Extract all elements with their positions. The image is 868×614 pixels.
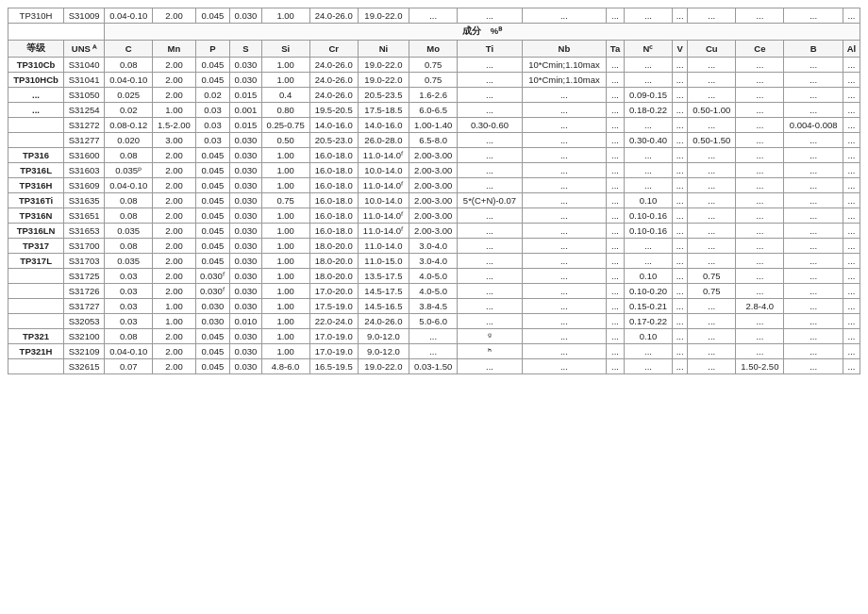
- cell-v: ...: [673, 73, 688, 88]
- cell-nb: ...: [522, 239, 606, 254]
- cell-b: ...: [784, 359, 843, 374]
- cell-mo: 2.00-3.00: [409, 193, 458, 208]
- cell-si: 1.00: [261, 344, 309, 359]
- cell-ta: ...: [607, 193, 625, 208]
- cell-nc: ...: [624, 148, 672, 163]
- cell-uns: S31609: [64, 178, 105, 193]
- table-row: TP310CbS310400.082.000.0450.0301.0024.0-…: [8, 58, 860, 73]
- cell-nb: ...: [522, 103, 606, 118]
- col-b: B: [784, 41, 843, 58]
- cell-mo: 0.03-1.50: [409, 359, 458, 374]
- cell-al: ...: [843, 133, 860, 148]
- cell-p: 0.03: [195, 133, 230, 148]
- cell-cr: 16.0-18.0: [309, 193, 358, 208]
- cell-al: ...: [843, 208, 860, 224]
- cell-b: ...: [784, 208, 843, 224]
- cell-grade: [8, 284, 64, 299]
- cell-c: 0.04-0.10: [105, 73, 153, 88]
- cell-nc: ...: [624, 178, 672, 193]
- cell-c: 0.035ᵖ: [105, 163, 153, 178]
- cell-p: 0.030ᶠ: [195, 284, 230, 299]
- cell-grade: TP317L: [8, 254, 64, 269]
- cell-mo: 4.0-5.0: [409, 269, 458, 284]
- table-body: TP310CbS310400.082.000.0450.0301.0024.0-…: [8, 58, 860, 374]
- cell-cu: ...: [688, 208, 736, 224]
- cell-ti: ...: [458, 208, 523, 224]
- cell-s: 0.030: [230, 163, 261, 178]
- table-row: TP317S317000.082.000.0450.0301.0018.0-20…: [8, 239, 860, 254]
- cell-ti: ...: [458, 178, 523, 193]
- cell-ti: ...: [458, 148, 523, 163]
- cell-c: 0.03: [105, 284, 153, 299]
- cell-ta: ...: [607, 224, 625, 239]
- cell-cu: ...: [688, 359, 736, 374]
- cell-al: ...: [843, 178, 860, 193]
- col-ti: Ti: [458, 41, 523, 58]
- tp310h-row: TP310H S31009 0.04-0.10 2.00 0.045 0.030…: [8, 8, 860, 24]
- cell-c: 0.04-0.10: [105, 178, 153, 193]
- cell-si: 1.00: [261, 148, 309, 163]
- col-uns: UNS ᴬ: [64, 41, 105, 58]
- table-row: TP310HCbS310410.04-0.102.000.0450.0301.0…: [8, 73, 860, 88]
- cell-v: ...: [673, 208, 688, 224]
- cell-si: 0.80: [261, 103, 309, 118]
- cell-cu: ...: [688, 73, 736, 88]
- cell-cr: 20.5-23.0: [309, 133, 358, 148]
- cell-mn: 2.00: [153, 344, 195, 359]
- cell-c: 0.03: [105, 299, 153, 314]
- tp310h-uns: S31009: [64, 8, 105, 24]
- col-mo: Mo: [409, 41, 458, 58]
- cell-nc: 0.30-0.40: [624, 133, 672, 148]
- cell-nc: 0.15-0.21: [624, 299, 672, 314]
- cell-ni: 11.0-14.0ᶠ: [358, 148, 409, 163]
- cell-al: ...: [843, 224, 860, 239]
- cell-b: ...: [784, 148, 843, 163]
- cell-ce: ...: [736, 239, 784, 254]
- cell-grade: TP316: [8, 148, 64, 163]
- col-ta: Ta: [607, 41, 625, 58]
- cell-ni: 9.0-12.0: [358, 329, 409, 344]
- cell-b: ...: [784, 178, 843, 193]
- cell-si: 0.25-0.75: [261, 118, 309, 133]
- cell-uns: S31041: [64, 73, 105, 88]
- cell-s: 0.030: [230, 73, 261, 88]
- cell-ni: 14.0-16.0: [358, 118, 409, 133]
- cell-grade: TP316H: [8, 178, 64, 193]
- table-row: S312770.0203.000.030.0300.5020.5-23.026.…: [8, 133, 860, 148]
- cell-mn: 2.00: [153, 73, 195, 88]
- cell-ta: ...: [607, 254, 625, 269]
- cell-mo: 0.75: [409, 73, 458, 88]
- cell-uns: S31651: [64, 208, 105, 224]
- cell-mn: 2.00: [153, 224, 195, 239]
- cell-cu: 0.75: [688, 269, 736, 284]
- cell-s: 0.015: [230, 88, 261, 103]
- cell-c: 0.035: [105, 224, 153, 239]
- col-s: S: [230, 41, 261, 58]
- cell-grade: [8, 314, 64, 329]
- cell-ce: 2.8-4.0: [736, 299, 784, 314]
- cell-cr: 17.0-19.0: [309, 344, 358, 359]
- cell-mn: 1.00: [153, 314, 195, 329]
- cell-cu: ...: [688, 299, 736, 314]
- cell-v: ...: [673, 193, 688, 208]
- cell-mo: 2.00-3.00: [409, 148, 458, 163]
- cell-s: 0.030: [230, 284, 261, 299]
- cell-ce: ...: [736, 88, 784, 103]
- tp310h-ni: 19.0-22.0: [358, 8, 409, 24]
- table-row: S317270.031.000.0300.0301.0017.5-19.014.…: [8, 299, 860, 314]
- cell-s: 0.001: [230, 103, 261, 118]
- cell-uns: S31703: [64, 254, 105, 269]
- cell-nb: 10*Cmin;1.10max: [522, 73, 606, 88]
- col-p: P: [195, 41, 230, 58]
- cell-al: ...: [843, 88, 860, 103]
- cell-p: 0.045: [195, 224, 230, 239]
- cell-nc: 0.17-0.22: [624, 314, 672, 329]
- cell-s: 0.030: [230, 344, 261, 359]
- cell-cu: ...: [688, 118, 736, 133]
- cell-ce: ...: [736, 103, 784, 118]
- cell-nc: 0.18-0.22: [624, 103, 672, 118]
- cell-nb: ...: [522, 269, 606, 284]
- cell-c: 0.08: [105, 239, 153, 254]
- table-row: S312720.08-0.121.5-2.000.030.0150.25-0.7…: [8, 118, 860, 133]
- cell-ni: 19.0-22.0: [358, 58, 409, 73]
